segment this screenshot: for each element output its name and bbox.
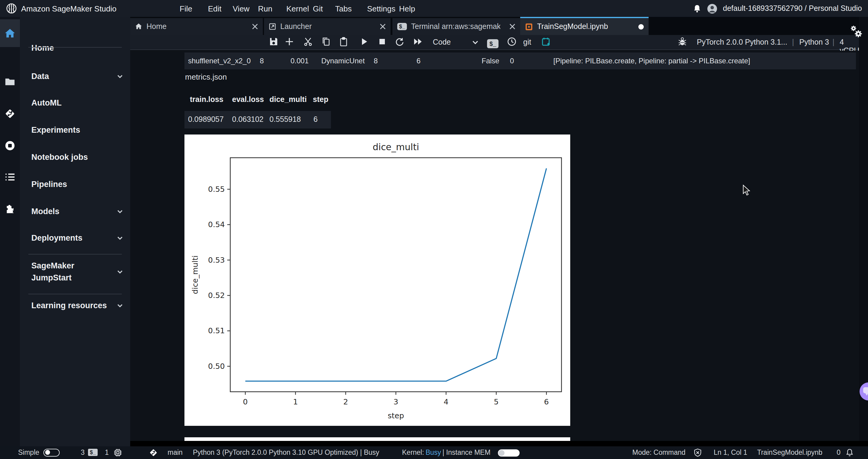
sidebar-item-learning-resources[interactable]: Learning resources <box>20 300 110 312</box>
svg-text:0.55: 0.55 <box>208 185 225 194</box>
training-config-output-row: shufflenet_v2_x2_0 8 0.001 DynamicUnet 8… <box>184 53 856 69</box>
stop-kernel-icon[interactable] <box>377 37 388 48</box>
trust-shield-icon[interactable] <box>693 448 702 457</box>
close-icon[interactable] <box>252 24 258 30</box>
user-profile-label[interactable]: default-1689337562790 / Personal Studio <box>723 4 862 13</box>
editor-mode-indicator[interactable]: Mode: Command <box>632 449 685 456</box>
kernel-label: Kernel: <box>402 449 424 456</box>
paste-cell-icon[interactable] <box>339 37 350 48</box>
svg-text:0.54: 0.54 <box>208 220 225 229</box>
notebook-toolbar: Code $_ git PyTorch 2.0 <box>130 35 859 50</box>
svg-text:dice_multi: dice_multi <box>373 142 419 152</box>
user-avatar-icon[interactable] <box>707 3 718 13</box>
svg-text:0.50: 0.50 <box>208 362 225 371</box>
dice-multi-chart-figure: 0.500.510.520.530.540.550123456dice_mult… <box>184 135 570 426</box>
svg-text:dice_multi: dice_multi <box>191 255 199 294</box>
restart-kernel-icon[interactable] <box>395 37 406 48</box>
restart-run-all-icon[interactable] <box>413 37 424 48</box>
menu-edit[interactable]: Edit <box>208 4 221 13</box>
sidebar-item-models[interactable]: Models <box>20 206 130 218</box>
menu-run[interactable]: Run <box>258 4 273 13</box>
add-cell-icon[interactable] <box>284 37 296 48</box>
file-browser-folder-icon[interactable] <box>4 76 16 87</box>
close-icon[interactable] <box>380 24 386 30</box>
history-clock-icon[interactable] <box>507 37 518 48</box>
tab-launcher[interactable]: Launcher <box>264 18 391 35</box>
metrics-table-row: 0.0989057 0.063102 0.555918 6 <box>184 111 331 128</box>
status-bar: Simple 3 $_ 1 main Python 3 (PyTorch 2.0… <box>0 446 868 459</box>
sidebar-item-experiments[interactable]: Experiments <box>20 124 130 136</box>
run-cell-icon[interactable] <box>359 37 370 48</box>
git-branch-name[interactable]: main <box>167 449 183 456</box>
sidebar-item-notebook-jobs[interactable]: Notebook jobs <box>20 151 130 164</box>
terminal-tab-icon: $_ <box>397 23 407 30</box>
save-icon[interactable] <box>269 37 280 48</box>
menu-kernel[interactable]: Kernel <box>286 4 309 13</box>
kernel-language-selector[interactable]: Python 3 <box>799 38 829 47</box>
next-cell-output-edge <box>184 437 570 441</box>
notification-count: 0 <box>837 449 841 456</box>
notifications-bell-icon[interactable] <box>845 448 854 457</box>
sidebar-item-home[interactable]: Home <box>20 42 130 54</box>
tab-home[interactable]: Home <box>130 18 263 35</box>
menu-tabs[interactable]: Tabs <box>335 4 352 13</box>
svg-text:2: 2 <box>343 398 348 406</box>
svg-text:step: step <box>388 411 404 420</box>
svg-text:5: 5 <box>494 398 499 406</box>
table-of-contents-icon[interactable] <box>4 171 16 183</box>
running-sessions-icon[interactable] <box>4 140 16 151</box>
cut-cell-icon[interactable] <box>303 37 314 48</box>
simple-mode-toggle[interactable] <box>43 449 60 457</box>
top-menu-bar: Amazon SageMaker Studio File Edit View R… <box>0 0 868 17</box>
git-icon[interactable] <box>4 108 16 119</box>
active-filename[interactable]: TrainSegModel.ipynb <box>757 449 823 456</box>
sidebar-item-automl[interactable]: AutoML <box>20 97 130 109</box>
sidebar-item-deployments[interactable]: Deployments <box>20 232 130 244</box>
menu-view[interactable]: View <box>233 4 250 13</box>
kernel-image-selector[interactable]: PyTorch 2.0.0 Python 3.1... <box>697 38 787 47</box>
tab-bar: Home Launcher $_ Terminal arn:aws:sagema… <box>130 17 859 35</box>
menu-file[interactable]: File <box>180 4 192 13</box>
sidebar-item-sagemaker-jumpstart[interactable]: SageMaker JumpStart <box>20 260 110 284</box>
menu-settings[interactable]: Settings <box>367 4 396 13</box>
chevron-down-icon <box>117 235 123 241</box>
unsaved-changes-dot[interactable] <box>638 24 644 29</box>
home-sidebar-panel: Home Data AutoML Experiments Notebook jo… <box>20 17 130 446</box>
metrics-json-label: metrics.json <box>185 73 227 81</box>
notebook-tab-icon <box>525 23 533 30</box>
copy-cell-icon[interactable] <box>321 37 332 48</box>
kernel-chip-icon <box>113 448 122 457</box>
launcher-tab-icon <box>269 23 276 30</box>
extension-settings-gears-icon[interactable] <box>849 24 864 40</box>
mouse-cursor <box>743 184 751 197</box>
extensions-puzzle-icon[interactable] <box>4 204 16 215</box>
sidebar-item-pipelines[interactable]: Pipelines <box>20 178 130 191</box>
tab-trainsegmodel-notebook[interactable]: TrainSegModel.ipynb <box>520 17 649 35</box>
menu-git[interactable]: Git <box>313 4 323 13</box>
notebook-document-area[interactable]: shufflenet_v2_x2_0 8 0.001 DynamicUnet 8… <box>130 51 859 441</box>
cell-type-dropdown[interactable]: Code <box>433 38 451 47</box>
notifications-bell-icon[interactable] <box>693 4 702 13</box>
create-notebook-job-icon[interactable] <box>541 37 552 48</box>
chevron-down-icon[interactable] <box>472 39 478 46</box>
instance-mem-label: | Instance MEM <box>442 449 490 456</box>
sidebar-divider <box>28 254 122 255</box>
kernel-count: 1 <box>105 449 109 456</box>
chat-bubble-icon <box>863 387 868 393</box>
sidebar-item-data[interactable]: Data <box>20 70 130 83</box>
kernel-status-text[interactable]: Python 3 (PyTorch 2.0.0 Python 3.10 GPU … <box>193 449 379 456</box>
open-terminal-icon[interactable]: $_ <box>487 37 498 48</box>
sagemaker-logo-icon <box>5 2 18 15</box>
tab-terminal[interactable]: $_ Terminal arn:aws:sagemaker:u <box>393 18 520 35</box>
svg-text:6: 6 <box>544 398 549 406</box>
bottom-border-band <box>130 441 868 446</box>
kernel-state-busy[interactable]: Busy <box>426 449 441 456</box>
close-icon[interactable] <box>509 24 516 30</box>
debugger-bug-icon[interactable] <box>678 37 688 48</box>
cursor-position[interactable]: Ln 1, Col 1 <box>714 449 747 456</box>
git-toolbar-button[interactable]: git <box>523 38 531 47</box>
menu-help[interactable]: Help <box>399 4 415 13</box>
svg-text:0.53: 0.53 <box>208 256 225 264</box>
home-icon[interactable] <box>4 28 16 39</box>
right-sidebar-rail <box>859 17 868 446</box>
